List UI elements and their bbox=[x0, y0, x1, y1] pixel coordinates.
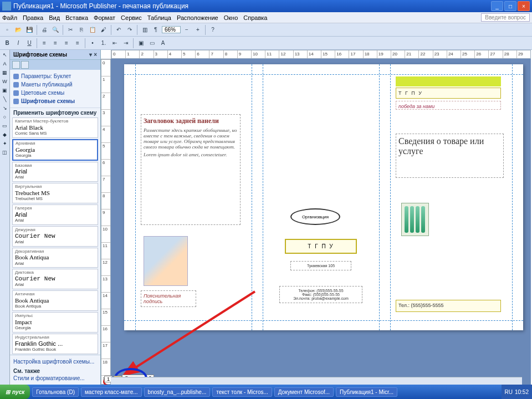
taskpane-fwd-icon[interactable] bbox=[21, 61, 29, 69]
system-tray[interactable]: RU 10:52 bbox=[502, 385, 532, 399]
help-icon[interactable]: ? bbox=[208, 25, 218, 35]
menu-help[interactable]: Справка bbox=[243, 14, 267, 21]
menu-arrange[interactable]: Расположение bbox=[177, 14, 218, 21]
picture-icon[interactable]: ▣ bbox=[1, 86, 9, 94]
taskbar-item[interactable]: Публикация1 - Micr... bbox=[336, 387, 397, 397]
document-canvas[interactable]: Заголовок задней панели Разместите здесь… bbox=[111, 59, 531, 385]
bookmark-icon[interactable]: ✦ bbox=[1, 140, 9, 147]
font-scheme-item[interactable]: БазоваяArialArial bbox=[12, 162, 98, 182]
rectangle-icon[interactable]: ▭ bbox=[1, 122, 9, 130]
font-scheme-item[interactable]: ИндустриальнаяFranklin Gothic ...Frankli… bbox=[12, 334, 98, 354]
preview-icon[interactable]: 🔍 bbox=[50, 25, 60, 35]
menu-insert[interactable]: Вставка bbox=[65, 14, 88, 21]
decrease-indent-icon[interactable]: ⇤ bbox=[110, 38, 120, 48]
font-color-icon[interactable]: A bbox=[158, 38, 168, 48]
oval-icon[interactable]: ○ bbox=[1, 113, 9, 121]
link-layouts[interactable]: Макеты публикаций bbox=[13, 80, 97, 89]
font-scheme-item[interactable]: ГалереяArialArial bbox=[12, 204, 98, 225]
numbering-icon[interactable]: 1. bbox=[99, 38, 109, 48]
minimize-button[interactable]: _ bbox=[491, 1, 503, 11]
taskbar-item[interactable]: Готальнова (D) bbox=[32, 387, 79, 397]
menu-window[interactable]: Окно bbox=[224, 14, 238, 21]
font-scheme-item[interactable]: ДежурнаяCourier NewArial bbox=[12, 226, 98, 247]
taskpane-close-icon[interactable]: ▾ × bbox=[89, 52, 97, 58]
redo-icon[interactable]: ↷ bbox=[125, 25, 135, 35]
arrow-icon[interactable]: ↘ bbox=[1, 104, 9, 112]
font-scheme-item[interactable]: АрхивнаяGeorgiaGeorgia bbox=[12, 139, 98, 161]
link-color-schemes[interactable]: Цветовые схемы bbox=[13, 89, 97, 97]
cut-icon[interactable]: ✂ bbox=[65, 25, 75, 35]
menu-view[interactable]: Вид bbox=[49, 14, 60, 21]
paste-icon[interactable]: 📋 bbox=[88, 25, 98, 35]
font-scheme-item[interactable]: Капитал Мастер-буклетовArial BlackComic … bbox=[12, 117, 98, 138]
taskbar-item[interactable]: Документ Microsof... bbox=[274, 387, 334, 397]
align-left-icon[interactable]: ≡ bbox=[39, 38, 49, 48]
horizontal-scrollbar[interactable] bbox=[111, 377, 522, 385]
fill-color-icon[interactable]: ▣ bbox=[136, 38, 146, 48]
line-color-icon[interactable]: ▭ bbox=[147, 38, 157, 48]
font-scheme-item[interactable]: ДиктовкаCourier NewArial bbox=[12, 269, 98, 289]
taskbar-item[interactable]: bnosty_na_...publishe... bbox=[144, 387, 211, 397]
image-beaker[interactable] bbox=[144, 236, 188, 286]
print-icon[interactable]: 🖨 bbox=[39, 25, 49, 35]
menu-file[interactable]: Файл bbox=[2, 14, 17, 21]
ruler-vertical[interactable]: 012345678910111213141516171819 bbox=[101, 59, 111, 385]
link-customize-scheme[interactable]: Настройка шрифтовой схемы... bbox=[13, 357, 97, 366]
ruler-horizontal[interactable]: 0123456789101112131415161718192021222324… bbox=[111, 50, 531, 59]
address-text[interactable]: Тукаевская 105 bbox=[290, 261, 351, 270]
font-scheme-list[interactable]: Капитал Мастер-буклетовArial BlackComic … bbox=[10, 117, 100, 355]
menu-table[interactable]: Таблица bbox=[147, 14, 171, 21]
copy-icon[interactable]: ⎘ bbox=[76, 25, 86, 35]
align-right-icon[interactable]: ≡ bbox=[62, 38, 71, 48]
bold-icon[interactable]: B bbox=[2, 38, 12, 48]
new-icon[interactable]: ▫ bbox=[2, 25, 12, 35]
taskbar-item[interactable]: текст толк - Micros... bbox=[212, 387, 272, 397]
taskbar-item[interactable]: мастер класс-мате... bbox=[81, 387, 142, 397]
maximize-button[interactable]: □ bbox=[504, 1, 516, 11]
special-chars-icon[interactable]: ¶ bbox=[151, 25, 161, 35]
image-test-tubes[interactable] bbox=[401, 203, 429, 236]
back-panel-text[interactable]: Заголовок задней панели Разместите здесь… bbox=[141, 114, 241, 225]
columns-icon[interactable]: ▥ bbox=[140, 25, 150, 35]
format-painter-icon[interactable]: 🖌 bbox=[99, 25, 109, 35]
company-box[interactable]: Т Г П У bbox=[285, 239, 357, 254]
close-button[interactable]: × bbox=[518, 1, 530, 11]
text-frame-icon[interactable]: A bbox=[1, 60, 9, 68]
wordart-icon[interactable]: W bbox=[1, 78, 9, 85]
main-title-frame[interactable]: Сведения о товаре или услуге bbox=[396, 134, 504, 178]
contact-text[interactable]: Телефон: (555)555-55-55 Факс: (555)555-5… bbox=[279, 286, 362, 303]
link-booklet-params[interactable]: Параметры: Буклет bbox=[13, 72, 97, 80]
italic-icon[interactable]: I bbox=[13, 38, 23, 48]
tagline-text[interactable]: победа за нами bbox=[396, 101, 501, 110]
zoom-in-icon[interactable]: + bbox=[193, 25, 203, 35]
menu-tools[interactable]: Сервис bbox=[121, 14, 142, 21]
increase-indent-icon[interactable]: ⇥ bbox=[121, 38, 131, 48]
link-styles-formatting[interactable]: Стили и форматирование... bbox=[13, 374, 97, 382]
org-oval[interactable]: Организация bbox=[290, 208, 340, 225]
help-search-input[interactable]: Введите вопрос bbox=[481, 13, 530, 22]
tray-lang[interactable]: RU bbox=[505, 389, 513, 395]
start-button[interactable]: ⊞ пуск bbox=[0, 385, 30, 399]
table-icon[interactable]: ▦ bbox=[1, 69, 9, 76]
line-icon[interactable]: ╲ bbox=[1, 95, 9, 103]
menu-edit[interactable]: Правка bbox=[23, 14, 43, 21]
zoom-combo[interactable]: 66% bbox=[162, 26, 181, 33]
autoshapes-icon[interactable]: ◆ bbox=[1, 131, 9, 139]
page[interactable]: Заголовок задней панели Разместите здесь… bbox=[124, 64, 523, 330]
menu-format[interactable]: Формат bbox=[94, 14, 115, 21]
zoom-out-icon[interactable]: − bbox=[182, 25, 192, 35]
bullets-icon[interactable]: • bbox=[88, 38, 98, 48]
font-scheme-item[interactable]: ИмпульсImpactGeorgia bbox=[12, 312, 98, 332]
link-font-schemes[interactable]: Шрифтовые схемы bbox=[13, 97, 97, 105]
justify-icon[interactable]: ≡ bbox=[73, 38, 83, 48]
font-scheme-item[interactable]: ДекоративнаяBook AntiquaArial bbox=[12, 248, 98, 268]
design-gallery-icon[interactable]: ◫ bbox=[1, 149, 9, 156]
taskpane-back-icon[interactable] bbox=[12, 61, 20, 69]
undo-icon[interactable]: ↶ bbox=[114, 25, 124, 35]
underline-icon[interactable]: U bbox=[24, 38, 34, 48]
align-center-icon[interactable]: ≡ bbox=[50, 38, 60, 48]
tel-box[interactable]: Тел.: (555)555-5555 bbox=[396, 300, 501, 312]
pointer-icon[interactable]: ↖ bbox=[1, 51, 9, 59]
font-scheme-item[interactable]: АнтичнаяBook AntiquaBook Antiqua bbox=[12, 290, 98, 311]
font-scheme-item[interactable]: ВиртуальнаяTrebuchet MSTrebuchet MS bbox=[12, 183, 98, 203]
